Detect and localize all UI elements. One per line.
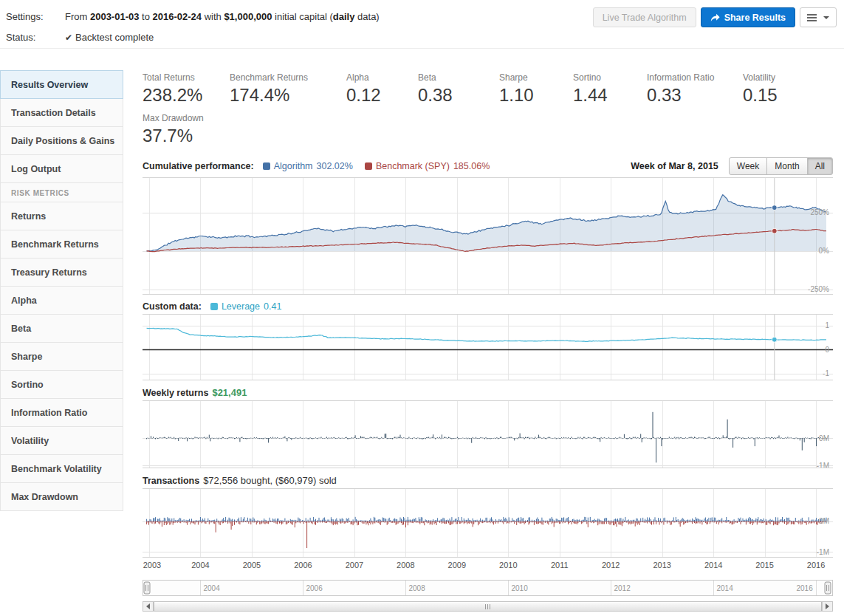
metric-sortino: Sortino 1.44 [573, 72, 647, 106]
data-frequency: daily [333, 11, 355, 22]
hover-week-label: Week of Mar 8, 2015 [631, 161, 718, 171]
legend-benchmark[interactable]: Benchmark (SPY) 185.06% [365, 161, 490, 171]
leverage-chart[interactable]: 10-1 [143, 314, 833, 380]
sidebar-item-sortino[interactable]: Sortino [0, 370, 123, 399]
weekly-returns-title: Weekly returns [143, 388, 208, 398]
left-arrow-icon [146, 603, 150, 609]
metric-volatility: Volatility 0.15 [743, 72, 778, 106]
settings-summary: From 2003-01-03 to 2016-02-24 with $1,00… [65, 11, 380, 22]
right-arrow-icon [826, 603, 829, 609]
svg-text:2014: 2014 [704, 561, 722, 569]
svg-text:2014: 2014 [717, 584, 734, 592]
header-actions: Live Trade Algorithm Share Results [593, 6, 837, 27]
weekly-returns-header: Weekly returns $21,491 [143, 387, 833, 398]
status-value: ✔Backtest complete [65, 32, 154, 43]
sidebar-item-sharpe[interactable]: Sharpe [0, 342, 123, 371]
status-label: Status: [6, 32, 65, 43]
share-icon [710, 13, 720, 22]
custom-data-title: Custom data: [143, 301, 202, 312]
sidebar-item-alpha[interactable]: Alpha [0, 286, 123, 315]
range-selector: Week Month All [729, 157, 833, 175]
svg-text:2008: 2008 [409, 584, 426, 592]
sidebar-item-information-ratio[interactable]: Information Ratio [0, 398, 123, 427]
sidebar-item-log-output[interactable]: Log Output [0, 154, 123, 183]
report-menu-button[interactable] [800, 7, 837, 27]
scroll-left-button[interactable] [143, 602, 154, 611]
svg-text:2016: 2016 [807, 561, 825, 569]
svg-text:-1: -1 [823, 369, 829, 377]
svg-text:2013: 2013 [653, 561, 670, 569]
sidebar-item-benchmark-volatility[interactable]: Benchmark Volatility [0, 454, 123, 483]
svg-text:2007: 2007 [346, 561, 363, 569]
sidebar-item-volatility[interactable]: Volatility [0, 426, 123, 455]
svg-text:2010: 2010 [512, 584, 529, 592]
transactions-chart[interactable]: 0M-1M [143, 488, 833, 558]
live-trade-button[interactable]: Live Trade Algorithm [593, 7, 696, 27]
run-settings: Settings: From 2003-01-03 to 2016-02-24 … [6, 6, 380, 47]
scroll-track[interactable] [154, 602, 822, 611]
sidebar-item-daily-positions-gains[interactable]: Daily Positions & Gains [0, 126, 123, 155]
range-all-button[interactable]: All [807, 157, 833, 175]
end-date: 2016-02-24 [153, 11, 202, 22]
metric-benchmark-returns: Benchmark Returns 174.4% [230, 72, 346, 106]
cumulative-performance-chart[interactable]: 250%0%-250% [143, 177, 833, 295]
legend-leverage[interactable]: Leverage 0.41 [210, 301, 281, 312]
scroll-right-button[interactable] [822, 602, 832, 611]
sidebar-item-transaction-details[interactable]: Transaction Details [0, 98, 123, 127]
sidebar-item-treasury-returns[interactable]: Treasury Returns [0, 258, 123, 287]
benchmark-swatch [365, 162, 372, 170]
svg-text:2015: 2015 [755, 561, 773, 569]
svg-text:2012: 2012 [614, 584, 631, 592]
svg-text:2008: 2008 [397, 561, 414, 569]
weekly-returns-chart[interactable]: 0M-1M [143, 400, 833, 468]
metrics-summary-row1: Total Returns 238.2% Benchmark Returns 1… [143, 72, 844, 106]
metric-beta: Beta 0.38 [418, 72, 499, 106]
caret-down-icon [823, 16, 829, 19]
metric-information-ratio: Information Ratio 0.33 [647, 72, 743, 106]
metric-alpha: Alpha 0.12 [346, 72, 418, 106]
custom-data-header: Custom data: Leverage 0.41 [143, 301, 833, 312]
svg-text:2005: 2005 [243, 561, 261, 569]
svg-text:-250%: -250% [808, 285, 829, 293]
svg-text:0M: 0M [819, 517, 829, 525]
svg-text:0: 0 [825, 346, 829, 354]
range-month-button[interactable]: Month [766, 157, 807, 175]
svg-text:2006: 2006 [294, 561, 312, 569]
transactions-header: Transactions $72,556 bought, ($60,979) s… [143, 475, 833, 486]
svg-text:2012: 2012 [602, 561, 620, 569]
svg-text:2006: 2006 [306, 584, 323, 592]
scroll-thumb[interactable] [154, 602, 822, 611]
share-results-button[interactable]: Share Results [701, 7, 795, 27]
list-icon [807, 14, 817, 21]
range-week-button[interactable]: Week [729, 157, 767, 175]
sidebar-item-benchmark-returns[interactable]: Benchmark Returns [0, 230, 123, 259]
metric-total-returns: Total Returns 238.2% [143, 72, 230, 106]
transactions-value: $72,556 bought, ($60,979) sold [203, 475, 337, 486]
svg-text:2004: 2004 [191, 561, 209, 569]
results-overview-panel: Total Returns 238.2% Benchmark Returns 1… [123, 49, 844, 612]
svg-text:2009: 2009 [448, 561, 466, 569]
svg-text:0%: 0% [819, 247, 830, 255]
sidebar-item-beta[interactable]: Beta [0, 314, 123, 343]
svg-text:250%: 250% [810, 208, 829, 216]
cumulative-header: Cumulative performance: Algorithm 302.02… [143, 157, 833, 175]
topbar: Settings: From 2003-01-03 to 2016-02-24 … [0, 0, 844, 49]
horizontal-scrollbar[interactable] [143, 601, 833, 612]
svg-text:1: 1 [825, 321, 829, 329]
svg-text:2016: 2016 [797, 584, 814, 592]
legend-algorithm[interactable]: Algorithm 302.02% [263, 161, 353, 171]
sidebar-item-max-drawdown[interactable]: Max Drawdown [0, 482, 123, 511]
sidebar-item-results-overview[interactable]: Results Overview [0, 70, 123, 99]
sidebar-item-returns[interactable]: Returns [0, 202, 123, 230]
range-navigator[interactable]: 2004200620082010201220142016 [143, 580, 833, 598]
check-icon: ✔ [65, 32, 72, 43]
svg-text:-1M: -1M [817, 462, 829, 468]
transactions-title: Transactions [143, 476, 199, 486]
svg-text:2011: 2011 [551, 561, 569, 569]
weekly-returns-value: $21,491 [212, 387, 247, 398]
svg-text:-1M: -1M [817, 548, 829, 556]
leverage-swatch [210, 303, 218, 310]
svg-text:0M: 0M [819, 434, 829, 442]
settings-label: Settings: [6, 11, 65, 22]
sidebar-section-risk-metrics: RISK METRICS [0, 182, 123, 202]
